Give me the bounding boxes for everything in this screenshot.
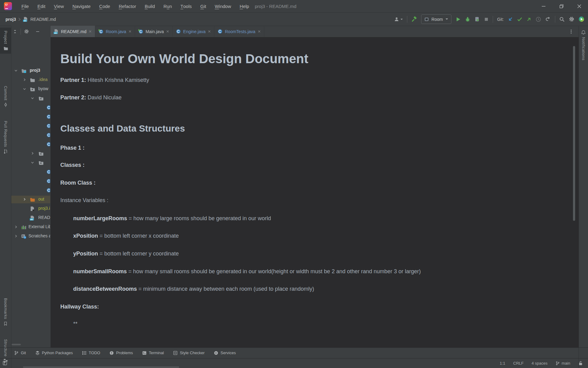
tree-row-class-file[interactable] xyxy=(11,168,50,176)
tab-readme-md[interactable]: MD README.md xyxy=(51,26,95,37)
tree-row-class-file[interactable] xyxy=(11,113,50,121)
tree-row-class-file[interactable] xyxy=(11,186,50,194)
tab-engine-java[interactable]: Engine.java xyxy=(173,26,214,37)
stop-button[interactable] xyxy=(484,17,489,22)
toolwindow-button-todo[interactable]: TODO xyxy=(82,351,100,355)
close-icon[interactable] xyxy=(89,30,92,33)
tree-row-subfolder[interactable] xyxy=(11,150,50,157)
tab-roomtests-java[interactable]: RoomTests.java xyxy=(214,26,264,37)
tree-row-subfolder[interactable] xyxy=(11,94,50,102)
tree-row-class-file[interactable] xyxy=(11,131,50,139)
bookmark-icon xyxy=(3,321,8,326)
unlock-icon[interactable] xyxy=(578,361,583,366)
toolwindow-button-notifications[interactable]: Notifications xyxy=(579,30,588,60)
indent-widget[interactable]: 4 spaces xyxy=(532,361,548,366)
menu-git[interactable]: Git xyxy=(196,0,210,12)
tree-row-class-file[interactable] xyxy=(11,140,50,148)
tree-row-iml-file[interactable]: proj3.iml xyxy=(11,205,50,213)
chevron-down-icon[interactable] xyxy=(30,160,35,165)
menu-view[interactable]: View xyxy=(50,0,68,12)
tree-row-class-file[interactable] xyxy=(11,104,50,111)
chevron-right-icon[interactable] xyxy=(14,234,18,238)
close-icon[interactable] xyxy=(258,30,261,33)
close-button[interactable] xyxy=(570,0,588,12)
search-everywhere-button[interactable] xyxy=(559,17,565,22)
chevron-right-icon[interactable] xyxy=(14,225,18,229)
git-push-button[interactable] xyxy=(526,17,532,22)
tree-row-out-folder[interactable]: out xyxy=(11,196,50,203)
toolwindow-button-git[interactable]: Git xyxy=(14,351,26,355)
toolwindow-button-python-packages[interactable]: Python Packages xyxy=(35,351,73,355)
toolwindow-button-pull-requests[interactable]: Pull Requests xyxy=(0,121,11,154)
close-icon[interactable] xyxy=(128,30,132,33)
menu-edit[interactable]: Edit xyxy=(33,0,50,12)
menu-run[interactable]: Run xyxy=(159,0,176,12)
git-branch-widget[interactable]: main xyxy=(556,361,570,366)
project-panel-hscrollbar[interactable] xyxy=(12,344,21,345)
run-with-coverage-button[interactable] xyxy=(474,17,480,22)
editor-vertical-scrollbar[interactable] xyxy=(573,46,575,221)
breadcrumb-file[interactable]: README.md xyxy=(30,17,56,22)
run-button[interactable] xyxy=(455,17,461,22)
tab-options-kebab-icon[interactable] xyxy=(569,29,573,34)
git-update-button[interactable] xyxy=(508,17,513,22)
tree-row-class-file[interactable] xyxy=(11,122,50,130)
tree-row-idea-folder[interactable]: .idea xyxy=(11,76,50,84)
chevron-right-icon[interactable] xyxy=(22,197,27,201)
chevron-right-icon[interactable] xyxy=(30,151,35,155)
menu-tools[interactable]: Tools xyxy=(176,0,196,12)
tree-row-subfolder[interactable] xyxy=(11,159,50,167)
toolwindow-button-style-checker[interactable]: Style Checker xyxy=(173,351,205,355)
toolwindow-button-bookmarks[interactable]: Bookmarks xyxy=(0,298,11,326)
history-button[interactable] xyxy=(536,17,541,22)
toolwindow-button-terminal[interactable]: Terminal xyxy=(142,351,164,355)
close-icon[interactable] xyxy=(208,30,211,33)
debug-button[interactable] xyxy=(465,17,470,22)
menu-help[interactable]: Help xyxy=(236,0,254,12)
menu-build[interactable]: Build xyxy=(140,0,159,12)
settings-gear-button[interactable] xyxy=(569,16,575,22)
tree-row-class-file[interactable] xyxy=(11,177,50,185)
rollback-button[interactable] xyxy=(545,17,551,22)
menu-refactor[interactable]: Refactor xyxy=(115,0,141,12)
toolwindow-switcher-icon[interactable] xyxy=(2,361,7,366)
tab-main-java[interactable]: Main.java xyxy=(135,26,173,37)
menu-file[interactable]: File xyxy=(17,0,33,12)
git-commit-button[interactable] xyxy=(517,17,522,22)
minimize-button[interactable] xyxy=(535,0,552,12)
left-tool-stripe: Project Commit Pull Requests Bookmarks xyxy=(0,26,11,368)
caret-position-widget[interactable]: 1:1 xyxy=(500,361,505,366)
tree-row-byow-folder[interactable]: byow xyxy=(11,85,50,93)
services-icon xyxy=(214,351,218,355)
collapse-all-icon[interactable] xyxy=(13,29,17,34)
toolbar-right-actions: Room Git: xyxy=(394,13,584,26)
restore-button[interactable] xyxy=(552,0,570,12)
panel-settings-gear-icon[interactable] xyxy=(24,29,29,34)
plugin-sphere-icon[interactable] xyxy=(579,16,584,22)
chevron-down-icon[interactable] xyxy=(30,96,35,100)
tree-row-readme-file[interactable]: MD README.md xyxy=(11,214,50,222)
chevron-down-icon xyxy=(445,18,448,20)
menu-window[interactable]: Window xyxy=(210,0,235,12)
run-configuration-select[interactable]: Room xyxy=(421,14,451,24)
close-icon[interactable] xyxy=(166,30,169,33)
markdown-preview[interactable]: Build Your Own World Design Document Par… xyxy=(51,37,579,347)
toolwindow-button-problems[interactable]: Problems xyxy=(109,351,133,355)
chevron-down-icon[interactable] xyxy=(22,87,27,91)
line-ending-widget[interactable]: CRLF xyxy=(513,361,524,366)
menu-code[interactable]: Code xyxy=(95,0,115,12)
hide-panel-icon[interactable] xyxy=(36,30,40,33)
toolwindow-button-project[interactable]: Project xyxy=(0,28,11,54)
tab-room-java[interactable]: Room.java xyxy=(95,26,135,37)
tree-row-project-root[interactable]: proj3 xyxy=(11,67,50,75)
tree-row-scratches[interactable]: Scratches and Consoles xyxy=(11,232,50,240)
toolwindow-button-commit[interactable]: Commit xyxy=(0,86,11,107)
menu-navigate[interactable]: Navigate xyxy=(68,0,95,12)
build-hammer-button[interactable] xyxy=(411,16,417,22)
breadcrumb-project[interactable]: proj3 xyxy=(6,17,16,22)
profile-button[interactable] xyxy=(394,17,403,22)
toolwindow-button-services[interactable]: Services xyxy=(214,351,236,355)
tree-row-external-libraries[interactable]: External Libraries xyxy=(11,223,50,231)
chevron-right-icon[interactable] xyxy=(22,78,27,82)
chevron-down-icon[interactable] xyxy=(14,68,18,73)
